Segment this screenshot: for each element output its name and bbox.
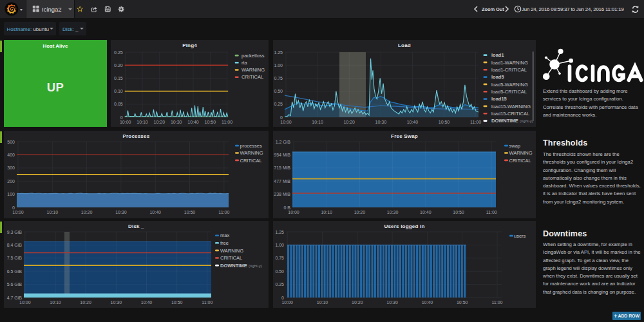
svg-text:1.00: 1.00: [275, 243, 284, 247]
svg-text:10:50: 10:50: [457, 300, 468, 305]
svg-text:0.50: 0.50: [275, 269, 284, 274]
svg-text:CRITICAL: CRITICAL: [509, 158, 531, 164]
svg-text:max: max: [220, 232, 229, 238]
svg-text:1.2 GiB: 1.2 GiB: [276, 140, 291, 144]
svg-text:10:10: 10:10: [137, 120, 149, 124]
svg-text:300: 300: [7, 166, 15, 170]
svg-text:10:30: 10:30: [386, 300, 398, 305]
svg-text:load5: load5: [491, 74, 504, 80]
svg-text:load1-WARNING: load1-WARNING: [491, 60, 528, 66]
svg-text:10:20: 10:20: [81, 210, 93, 214]
svg-text:0: 0: [281, 296, 284, 300]
svg-text:10:20: 10:20: [354, 210, 366, 214]
svg-text:10:40: 10:40: [141, 300, 153, 305]
svg-text:10:20: 10:20: [343, 120, 355, 124]
svg-text:10:00: 10:00: [288, 210, 299, 214]
svg-text:10:50: 10:50: [453, 210, 464, 214]
svg-text:11:00: 11:00: [486, 210, 497, 214]
svg-text:11:00: 11:00: [218, 210, 229, 214]
svg-text:0.25: 0.25: [275, 282, 284, 287]
svg-text:10:00: 10:00: [12, 210, 24, 214]
svg-text:DOWNTIME: DOWNTIME: [491, 118, 518, 124]
svg-text:0: 0: [120, 115, 123, 120]
svg-text:0: 0: [280, 115, 283, 120]
svg-text:10:50: 10:50: [171, 300, 183, 305]
svg-text:0.15: 0.15: [114, 76, 123, 80]
svg-text:10:20: 10:20: [352, 300, 363, 305]
svg-text:load15-CRITICAL: load15-CRITICAL: [491, 111, 529, 117]
svg-text:10:30: 10:30: [111, 300, 122, 305]
svg-text:processes: processes: [240, 143, 262, 149]
svg-text:0.25: 0.25: [114, 50, 123, 55]
svg-text:WARNING: WARNING: [242, 67, 265, 73]
svg-text:11:00: 11:00: [492, 300, 503, 305]
svg-text:200: 200: [7, 179, 15, 184]
svg-text:10:00: 10:00: [120, 120, 131, 124]
svg-text:400: 400: [7, 153, 15, 157]
svg-text:CRITICAL: CRITICAL: [242, 74, 263, 80]
svg-text:11:00: 11:00: [222, 120, 232, 124]
svg-text:10:10: 10:10: [47, 210, 59, 214]
svg-text:0 B: 0 B: [283, 205, 290, 210]
svg-text:free: free: [220, 240, 229, 246]
svg-text:477 MiB: 477 MiB: [274, 179, 290, 184]
svg-text:1.25: 1.25: [275, 230, 284, 234]
svg-text:0.05: 0.05: [114, 102, 123, 106]
svg-text:0.75: 0.75: [275, 256, 284, 260]
svg-text:0.25: 0.25: [274, 102, 283, 106]
svg-text:10:40: 10:40: [407, 120, 419, 124]
svg-text:10:10: 10:10: [312, 120, 323, 124]
svg-text:0.50: 0.50: [274, 89, 283, 93]
svg-text:100: 100: [7, 192, 15, 196]
svg-text:load5-WARNING: load5-WARNING: [491, 82, 528, 88]
svg-text:11:00: 11:00: [470, 120, 481, 124]
svg-text:load15-WARNING: load15-WARNING: [491, 104, 531, 109]
svg-text:load5-CRITICAL: load5-CRITICAL: [491, 89, 527, 95]
svg-text:0.75: 0.75: [274, 76, 283, 80]
svg-text:0.20: 0.20: [114, 63, 123, 68]
svg-text:WARNING: WARNING: [220, 248, 243, 254]
svg-text:(right-y): (right-y): [249, 264, 262, 268]
svg-text:10:30: 10:30: [115, 210, 127, 214]
svg-text:1.00: 1.00: [274, 63, 283, 68]
svg-text:10:50: 10:50: [439, 120, 450, 124]
svg-text:9.3 GiB: 9.3 GiB: [7, 230, 23, 234]
svg-text:WARNING: WARNING: [509, 150, 533, 156]
svg-text:0.10: 0.10: [114, 89, 123, 93]
svg-text:10:40: 10:40: [149, 210, 161, 214]
svg-text:rta: rta: [242, 60, 248, 66]
svg-text:10:10: 10:10: [50, 300, 61, 305]
svg-text:packetloss: packetloss: [242, 53, 265, 59]
svg-text:load15: load15: [491, 96, 507, 102]
svg-text:954 MiB: 954 MiB: [274, 153, 290, 157]
svg-text:10:50: 10:50: [205, 120, 216, 124]
svg-text:10:10: 10:10: [317, 300, 328, 305]
svg-text:CRITICAL: CRITICAL: [220, 255, 242, 261]
svg-text:10:20: 10:20: [154, 120, 166, 124]
svg-text:10:40: 10:40: [188, 120, 200, 124]
svg-text:WARNING: WARNING: [240, 150, 263, 156]
svg-text:4.7 GiB: 4.7 GiB: [7, 296, 23, 300]
svg-text:715 MiB: 715 MiB: [274, 166, 290, 170]
svg-text:8.4 GiB: 8.4 GiB: [7, 243, 23, 247]
svg-text:users: users: [514, 233, 526, 239]
svg-text:7.5 GiB: 7.5 GiB: [7, 256, 23, 260]
svg-text:CRITICAL: CRITICAL: [240, 158, 262, 164]
svg-text:238 MiB: 238 MiB: [274, 192, 290, 196]
svg-text:10:00: 10:00: [281, 300, 293, 305]
svg-text:0: 0: [12, 205, 15, 210]
svg-text:11:00: 11:00: [202, 300, 213, 305]
svg-text:10:40: 10:40: [422, 300, 433, 305]
svg-text:10:30: 10:30: [387, 210, 399, 214]
svg-text:10:00: 10:00: [280, 120, 292, 124]
svg-text:DOWNTIME: DOWNTIME: [220, 263, 247, 269]
svg-text:load1-CRITICAL: load1-CRITICAL: [491, 67, 527, 73]
svg-text:10:50: 10:50: [184, 210, 196, 214]
svg-text:10:10: 10:10: [321, 210, 332, 214]
svg-text:(right-y): (right-y): [520, 119, 533, 123]
svg-text:load1: load1: [491, 52, 504, 58]
svg-text:10:30: 10:30: [171, 120, 182, 124]
svg-text:1.25: 1.25: [274, 50, 283, 55]
svg-text:10:00: 10:00: [19, 300, 31, 305]
svg-text:10:30: 10:30: [375, 120, 387, 124]
